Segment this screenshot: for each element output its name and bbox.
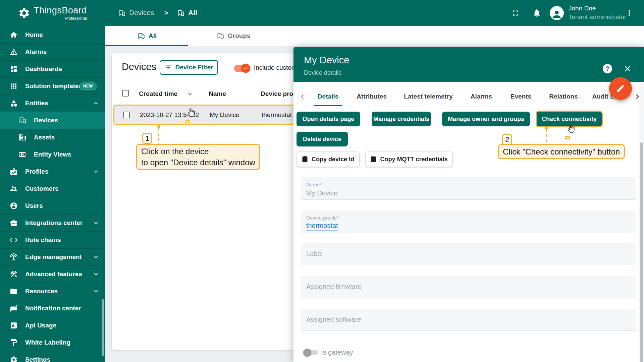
tab-all-label: All <box>149 32 157 40</box>
annotation1-step-badge: 1 <box>142 133 152 144</box>
sidebar-item-label: Home <box>25 31 43 39</box>
users-icon <box>10 202 18 210</box>
sidebar-item-rule-chains[interactable]: Rule chains <box>0 231 105 248</box>
entity-views-icon <box>18 150 26 159</box>
row-checkbox[interactable] <box>123 112 130 118</box>
panel-tab-details[interactable]: Details <box>318 93 338 100</box>
device-filter-button[interactable]: Device Filter <box>160 60 218 75</box>
notification-center-icon <box>10 304 18 312</box>
sidebar-item-solution-templates[interactable]: Solution templates NEW <box>0 77 105 95</box>
chevron-down-icon <box>92 288 100 295</box>
edit-fab-button[interactable] <box>609 77 632 100</box>
panel-tab-relations[interactable]: Relations <box>549 93 578 100</box>
sidebar-item-advanced-features[interactable]: Advanced features <box>0 265 105 283</box>
name-field[interactable]: Name* My Device <box>301 177 636 200</box>
tab-groups[interactable]: Groups <box>216 32 251 40</box>
sidebar-item-devices[interactable]: Devices <box>0 112 105 129</box>
row-device-profile: thermostat <box>262 111 292 119</box>
manage-credentials-button[interactable]: Manage credentials <box>372 112 431 126</box>
sidebar-item-integrations-center[interactable]: Integrations center <box>0 214 105 231</box>
breadcrumb-devices[interactable]: Devices <box>129 9 154 17</box>
assigned-software-placeholder: Assigned software <box>306 316 361 323</box>
assets-icon <box>18 133 26 141</box>
user-avatar[interactable] <box>550 6 564 20</box>
sidebar-item-profiles[interactable]: Profiles <box>0 163 105 180</box>
open-details-page-button[interactable]: Open details page <box>297 112 360 126</box>
notifications-bell-icon[interactable] <box>532 8 541 17</box>
click-indicator <box>565 136 570 139</box>
assigned-firmware-placeholder: Assigned firmware <box>306 283 362 291</box>
sidebar-item-label: Notification center <box>25 305 81 312</box>
sidebar-item-assets[interactable]: Assets <box>0 129 105 146</box>
sidebar-item-label: Entities <box>25 100 48 107</box>
sidebar-item-home[interactable]: Home <box>0 26 105 43</box>
tab-all-device-icon <box>137 32 145 40</box>
sidebar-item-label: Edge management <box>25 253 82 261</box>
sidebar-item-notification-center[interactable]: Notification center <box>0 300 105 317</box>
panel-scrollbar-thumb[interactable] <box>640 142 643 362</box>
device-profile-link[interactable]: thermostat <box>306 222 338 231</box>
sidebar-item-label: Resources <box>25 288 58 295</box>
chevron-down-icon <box>92 168 100 175</box>
label-field[interactable]: Label <box>301 243 636 265</box>
tabs-scroll-left-icon[interactable] <box>298 92 307 101</box>
sort-descending-icon[interactable] <box>187 90 193 97</box>
annotation2-step-badge: 2 <box>502 134 512 145</box>
panel-tab-attributes[interactable]: Attributes <box>357 93 387 100</box>
sidebar-item-resources[interactable]: Resources <box>0 283 105 300</box>
home-icon <box>10 31 18 39</box>
sidebar-item-entity-views[interactable]: Entity Views <box>0 146 105 163</box>
panel-tab-latest-telemetry[interactable]: Latest telemetry <box>404 93 453 100</box>
copy-device-id-label: Copy device Id <box>312 156 354 163</box>
annotation1-callout: Click on the device to open "Device deta… <box>136 144 260 170</box>
sidebar-item-edge-management[interactable]: Edge management <box>0 248 105 265</box>
include-customers-toggle[interactable] <box>234 64 251 73</box>
sidebar-item-white-labeling[interactable]: White Labeling <box>0 334 105 351</box>
user-role: Tenant administrator <box>569 13 626 21</box>
is-gateway-toggle[interactable] <box>303 349 318 357</box>
devices-title: Devices <box>122 61 156 72</box>
panel-scrollbar-track <box>639 82 644 362</box>
sidebar-item-customers[interactable]: Customers <box>0 180 105 197</box>
select-all-checkbox[interactable] <box>122 90 129 97</box>
assigned-software-field[interactable]: Assigned software <box>301 309 636 331</box>
all-breadcrumb-icon <box>177 9 185 17</box>
label-field-placeholder: Label <box>306 250 323 258</box>
help-icon[interactable]: ? <box>603 64 612 73</box>
fullscreen-icon[interactable] <box>511 9 520 17</box>
panel-tab-events[interactable]: Events <box>511 93 531 100</box>
copy-mqtt-credentials-button[interactable]: Copy MQTT credentials <box>366 152 452 167</box>
thingsboard-logo-icon <box>18 7 30 19</box>
more-menu-icon[interactable] <box>625 9 634 17</box>
sidebar-item-dashboards[interactable]: Dashboards <box>0 60 105 77</box>
is-gateway-label: Is gateway <box>321 349 353 356</box>
sidebar-item-label: Alarms <box>25 48 47 56</box>
annotation1-connector <box>158 127 159 144</box>
sidebar-item-label: Customers <box>25 185 58 192</box>
sidebar-item-alarms[interactable]: Alarms <box>0 43 105 60</box>
panel-tab-alarms[interactable]: Alarms <box>471 93 492 100</box>
assigned-firmware-field[interactable]: Assigned firmware <box>301 276 636 298</box>
copy-device-id-button[interactable]: Copy device Id <box>297 152 359 167</box>
toggle-knob <box>303 349 311 357</box>
sidebar-item-label: Entity Views <box>34 151 71 158</box>
row-name: My Device <box>210 111 239 119</box>
brand-logo[interactable]: ThingsBoard Professional <box>0 0 105 26</box>
sidebar-scrollbar[interactable] <box>102 299 104 356</box>
annotation1-line2: to open "Device details" window <box>141 157 255 168</box>
sidebar-item-users[interactable]: Users <box>0 197 105 214</box>
close-icon[interactable] <box>623 64 632 73</box>
devices-breadcrumb-icon <box>118 9 126 17</box>
breadcrumb-separator: > <box>164 9 168 17</box>
device-profile-field[interactable]: Device profile* thermostat <box>301 210 636 233</box>
delete-device-button[interactable]: Delete device <box>297 132 348 146</box>
sidebar-item-entities[interactable]: Entities <box>0 95 105 112</box>
manage-owner-groups-button[interactable]: Manage owner and groups <box>442 112 530 126</box>
tab-all[interactable]: All <box>137 32 157 40</box>
sidebar-item-settings[interactable]: Settings <box>0 351 105 362</box>
sidebar-item-api-usage[interactable]: Api Usage <box>0 317 105 334</box>
brand-name: ThingsBoard <box>34 5 87 16</box>
toggle-knob <box>241 64 250 73</box>
column-created-time[interactable]: Created time <box>139 90 177 98</box>
column-name[interactable]: Name <box>209 90 226 98</box>
